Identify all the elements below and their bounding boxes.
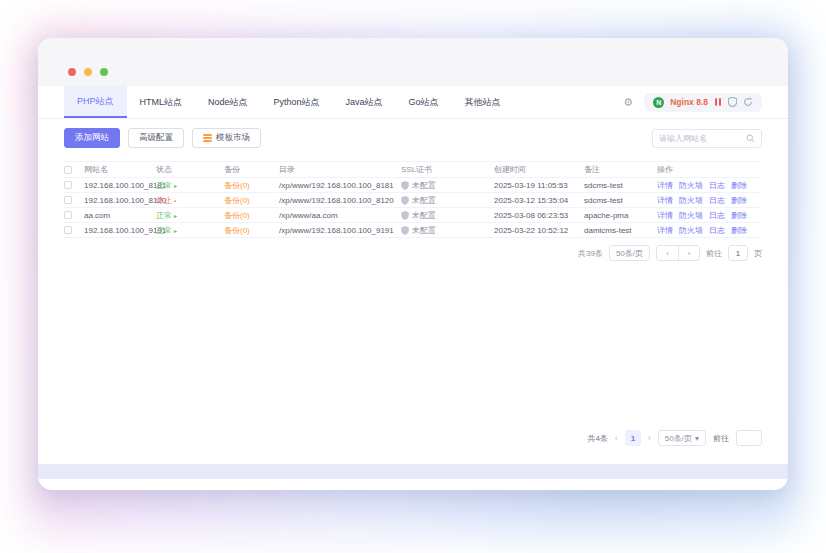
status-running-icon[interactable]: ▸ xyxy=(174,213,177,219)
select-all-checkbox[interactable] xyxy=(64,166,72,174)
table-row: 192.168.100.100_8120停止▪备份(0)/xp/www/192.… xyxy=(64,193,762,208)
row-actions: 详情防火墙日志删除 xyxy=(657,210,762,221)
page-size-select[interactable]: 50条/页 xyxy=(609,245,650,261)
window-titlebar xyxy=(38,38,788,86)
table-row: 192.168.100.100_9191正常▸备份(0)/xp/www/192.… xyxy=(64,223,762,238)
close-window-button[interactable] xyxy=(68,68,76,76)
delete-link[interactable]: 删除 xyxy=(731,181,747,190)
created-time: 2025-03-08 06:23:53 xyxy=(494,211,584,220)
bottom-total-count-label: 共4条 xyxy=(587,433,607,444)
col-created: 创建时间 xyxy=(494,164,584,175)
firewall-link[interactable]: 防火墙 xyxy=(679,226,703,235)
site-status: 正常▸ xyxy=(156,180,224,191)
shield-check-icon[interactable] xyxy=(728,97,737,107)
pause-service-icon[interactable] xyxy=(714,98,722,106)
minimize-window-button[interactable] xyxy=(84,68,92,76)
tab-other[interactable]: 其他站点 xyxy=(452,86,514,118)
row-actions: 详情防火墙日志删除 xyxy=(657,180,762,191)
table-pagination: 共39条 50条/页 ‹ › 前往 页 xyxy=(64,245,762,261)
ssl-status[interactable]: 未配置 xyxy=(401,195,494,206)
ssl-status-label: 未配置 xyxy=(412,225,436,236)
page-jump-input[interactable] xyxy=(728,245,748,261)
backup-link[interactable]: 备份(0) xyxy=(224,180,279,191)
site-directory: /xp/www/192.168.100.100_8181 xyxy=(279,181,401,190)
row-checkbox[interactable] xyxy=(64,181,72,189)
bottom-pagination: 共4条 ‹ 1 › 50条/页 ▾ 前往 xyxy=(64,430,762,446)
settings-gear-icon[interactable]: ⚙ xyxy=(623,97,633,108)
status-running-icon[interactable]: ▸ xyxy=(174,183,177,189)
delete-link[interactable]: 删除 xyxy=(731,196,747,205)
row-checkbox[interactable] xyxy=(64,226,72,234)
site-detail-link[interactable]: 详情 xyxy=(657,211,673,220)
add-site-button[interactable]: 添加网站 xyxy=(64,128,120,148)
ssl-status[interactable]: 未配置 xyxy=(401,225,494,236)
site-detail-link[interactable]: 详情 xyxy=(657,226,673,235)
site-detail-link[interactable]: 详情 xyxy=(657,181,673,190)
bottom-page-jump-input[interactable] xyxy=(736,430,762,446)
ssl-shield-icon xyxy=(401,226,409,235)
site-search-input[interactable] xyxy=(659,134,746,143)
status-stopped-icon[interactable]: ▪ xyxy=(174,198,176,204)
created-time: 2025-03-19 11:05:53 xyxy=(494,181,584,190)
bottom-prev-page-button[interactable]: ‹ xyxy=(615,433,618,443)
ssl-shield-icon xyxy=(401,181,409,190)
web-service-status: N Nginx 8.8 xyxy=(644,93,762,112)
delete-link[interactable]: 删除 xyxy=(731,211,747,220)
ssl-status-label: 未配置 xyxy=(412,210,436,221)
advanced-config-button[interactable]: 高级配置 xyxy=(128,128,184,148)
tab-python[interactable]: Python站点 xyxy=(261,86,333,118)
site-table: 网站名 状态 备份 目录 SSL证书 创建时间 备注 操作 192.168.10… xyxy=(64,161,762,238)
content-spacer xyxy=(64,261,762,430)
current-page-button[interactable]: 1 xyxy=(625,430,641,446)
tab-node[interactable]: Node站点 xyxy=(195,86,261,118)
bottom-next-page-button[interactable]: › xyxy=(648,433,651,443)
col-status: 状态 xyxy=(156,164,224,175)
tab-go[interactable]: Go站点 xyxy=(396,86,452,118)
ssl-status-label: 未配置 xyxy=(412,180,436,191)
site-name: 192.168.100.100_9191 xyxy=(84,226,156,235)
firewall-link[interactable]: 防火墙 xyxy=(679,196,703,205)
backup-link[interactable]: 备份(0) xyxy=(224,225,279,236)
table-header-row: 网站名 状态 备份 目录 SSL证书 创建时间 备注 操作 xyxy=(64,161,762,178)
site-directory: /xp/www/192.168.100.100_8120 xyxy=(279,196,401,205)
ssl-shield-icon xyxy=(401,211,409,220)
log-link[interactable]: 日志 xyxy=(709,196,725,205)
log-link[interactable]: 日志 xyxy=(709,211,725,220)
search-icon[interactable] xyxy=(746,134,755,143)
firewall-link[interactable]: 防火墙 xyxy=(679,211,703,220)
site-search-box xyxy=(652,129,762,148)
tab-java[interactable]: Java站点 xyxy=(333,86,396,118)
tabbar-right-tools: ⚙ N Nginx 8.8 xyxy=(623,86,762,118)
site-detail-link[interactable]: 详情 xyxy=(657,196,673,205)
col-remark: 备注 xyxy=(584,164,657,175)
row-checkbox[interactable] xyxy=(64,196,72,204)
backup-link[interactable]: 备份(0) xyxy=(224,210,279,221)
refresh-service-icon[interactable] xyxy=(743,97,753,107)
bottom-page-size-select[interactable]: 50条/页 ▾ xyxy=(658,430,706,446)
backup-link[interactable]: 备份(0) xyxy=(224,195,279,206)
template-market-button[interactable]: 模板市场 xyxy=(192,128,261,148)
tab-php[interactable]: PHP站点 xyxy=(64,86,127,118)
maximize-window-button[interactable] xyxy=(100,68,108,76)
site-remark: sdcms-test xyxy=(584,196,657,205)
tab-html[interactable]: HTML站点 xyxy=(127,86,196,118)
delete-link[interactable]: 删除 xyxy=(731,226,747,235)
firewall-link[interactable]: 防火墙 xyxy=(679,181,703,190)
ssl-status[interactable]: 未配置 xyxy=(401,210,494,221)
site-name: aa.com xyxy=(84,211,156,220)
next-page-button[interactable]: › xyxy=(678,246,699,260)
pager-arrows: ‹ › xyxy=(656,245,700,261)
log-link[interactable]: 日志 xyxy=(709,226,725,235)
nginx-logo-icon: N xyxy=(653,97,664,108)
chevron-down-icon: ▾ xyxy=(695,434,699,443)
col-site-name: 网站名 xyxy=(84,164,156,175)
app-window: PHP站点HTML站点Node站点Python站点Java站点Go站点其他站点 … xyxy=(38,38,788,490)
prev-page-button[interactable]: ‹ xyxy=(657,246,678,260)
site-toolbar: 添加网站 高级配置 模板市场 xyxy=(64,127,762,149)
status-running-icon[interactable]: ▸ xyxy=(174,228,177,234)
row-checkbox[interactable] xyxy=(64,211,72,219)
ssl-status[interactable]: 未配置 xyxy=(401,180,494,191)
log-link[interactable]: 日志 xyxy=(709,181,725,190)
bottom-page-size-value: 50条/页 xyxy=(665,433,692,444)
site-remark: sdcms-test xyxy=(584,181,657,190)
